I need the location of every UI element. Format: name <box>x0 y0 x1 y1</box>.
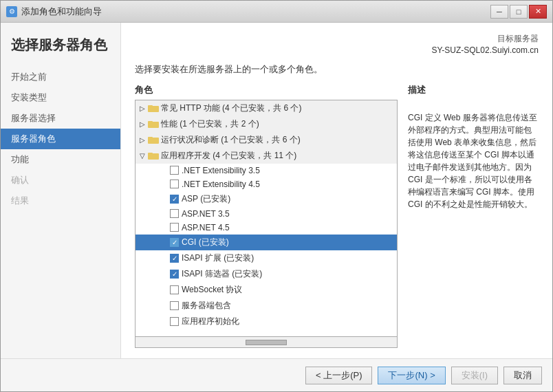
description-header: 描述 <box>408 84 539 96</box>
sidebar-item-start[interactable]: 开始之前 <box>1 67 120 87</box>
role-checkbox[interactable] <box>170 166 179 175</box>
role-checkbox[interactable]: ✓ <box>170 254 179 263</box>
sidebar-item-server-roles[interactable]: 服务器角色 <box>1 129 120 149</box>
folder-icon <box>148 151 159 160</box>
role-item-label: ISAPI 筛选器 (已安装) <box>182 268 262 280</box>
spacer-icon <box>160 195 169 203</box>
role-checkbox[interactable] <box>170 179 179 188</box>
role-checkbox[interactable] <box>170 285 179 294</box>
description-text: CGI 定义 Web 服务器将信息传送至外部程序的方式。典型用法可能包括使用 W… <box>408 111 539 210</box>
roles-list: ▷ 常见 HTTP 功能 (4 个已安装，共 6 个) ▷ <box>135 100 397 329</box>
folder-icon <box>148 104 159 112</box>
footer: < 上一步(P) 下一步(N) > 安装(I) 取消 <box>1 358 552 391</box>
role-item-label: 应用程序开发 (4 个已安装，共 11 个) <box>161 150 296 162</box>
sidebar-item-features[interactable]: 功能 <box>1 149 120 170</box>
window: ⚙ 添加角色和功能向导 ─ □ ✕ 选择服务器角色 开始之前 安装类型 服务器选… <box>0 0 553 392</box>
role-item-label: WebSocket 协议 <box>182 284 242 296</box>
sidebar: 选择服务器角色 开始之前 安装类型 服务器选择 服务器角色 功能 确认 结果 <box>1 23 121 358</box>
title-bar-left: ⚙ 添加角色和功能向导 <box>6 6 102 18</box>
sidebar-item-install-type[interactable]: 安装类型 <box>1 87 120 108</box>
window-controls: ─ □ ✕ <box>490 5 547 19</box>
list-item[interactable]: ASP.NET 4.5 <box>135 221 397 235</box>
next-button[interactable]: 下一步(N) > <box>378 367 445 384</box>
svg-rect-5 <box>148 137 153 139</box>
close-button[interactable]: ✕ <box>529 5 547 19</box>
spacer-icon <box>160 166 169 175</box>
spacer-icon <box>160 210 169 218</box>
title-bar: ⚙ 添加角色和功能向导 ─ □ ✕ <box>1 1 552 23</box>
sidebar-item-confirm: 确认 <box>1 170 120 190</box>
spacer-icon <box>160 285 169 294</box>
spacer-icon <box>160 180 169 188</box>
role-item-label: ISAPI 扩展 (已安装) <box>182 252 254 264</box>
sidebar-item-server-selection[interactable]: 服务器选择 <box>1 108 120 129</box>
list-item[interactable]: ✓ ISAPI 筛选器 (已安装) <box>135 266 397 282</box>
spacer-icon <box>160 317 169 325</box>
roles-header: 角色 <box>135 84 398 96</box>
target-server-label: 目标服务器 <box>135 33 539 45</box>
spacer-icon <box>160 238 169 246</box>
role-checkbox[interactable] <box>170 301 179 310</box>
role-checkbox[interactable] <box>170 209 179 218</box>
svg-rect-7 <box>148 153 153 155</box>
list-item[interactable]: ▷ 运行状况和诊断 (1 个已安装，共 6 个) <box>135 132 397 148</box>
scroll-thumb <box>246 340 287 345</box>
role-item-label: .NET Extensibility 4.5 <box>182 179 260 189</box>
expand-icon: ▷ <box>138 104 147 112</box>
target-server-name: SY-SUZ-SQL02.Suiyi.com.cn <box>135 45 539 56</box>
list-item[interactable]: ✓ ISAPI 扩展 (已安装) <box>135 250 397 266</box>
cancel-button[interactable]: 取消 <box>503 367 542 384</box>
role-checkbox[interactable]: ✓ <box>170 195 179 204</box>
list-item[interactable]: ✓ CGI (已安装) <box>135 235 397 250</box>
role-item-label: ASP (已安装) <box>182 193 230 205</box>
role-item-label: CGI (已安装) <box>182 237 229 248</box>
role-item-label: 性能 (1 个已安装，共 2 个) <box>161 118 259 130</box>
folder-icon <box>148 135 159 144</box>
content-area: 目标服务器 SY-SUZ-SQL02.Suiyi.com.cn 选择要安装在所选… <box>121 23 552 358</box>
window-title: 添加角色和功能向导 <box>21 6 102 18</box>
list-item[interactable]: ✓ ASP (已安装) <box>135 191 397 207</box>
prev-button[interactable]: < 上一步(P) <box>305 367 373 384</box>
expand-icon: ▷ <box>138 120 147 128</box>
spacer-icon <box>160 254 169 262</box>
minimize-button[interactable]: ─ <box>490 5 508 19</box>
spacer-icon <box>160 224 169 232</box>
install-button[interactable]: 安装(I) <box>451 367 498 384</box>
role-item-label: 运行状况和诊断 (1 个已安装，共 6 个) <box>161 134 301 146</box>
folder-icon <box>148 120 159 128</box>
content-description: 选择要安装在所选服务器上的一个或多个角色。 <box>135 63 539 76</box>
list-item[interactable]: .NET Extensibility 3.5 <box>135 164 397 177</box>
role-checkbox[interactable]: ✓ <box>170 270 179 279</box>
list-item[interactable]: .NET Extensibility 4.5 <box>135 177 397 191</box>
roles-list-container[interactable]: ▷ 常见 HTTP 功能 (4 个已安装，共 6 个) ▷ <box>135 100 398 337</box>
svg-rect-1 <box>148 105 153 107</box>
list-item[interactable]: WebSocket 协议 <box>135 282 397 298</box>
role-item-label: 服务器端包含 <box>182 300 231 312</box>
svg-rect-3 <box>148 121 153 123</box>
restore-button[interactable]: □ <box>510 5 528 19</box>
role-checkbox[interactable]: ✓ <box>170 238 179 247</box>
role-item-label: ASP.NET 3.5 <box>182 209 230 219</box>
list-item[interactable]: 服务器端包含 <box>135 298 397 314</box>
main-content: 选择服务器角色 开始之前 安装类型 服务器选择 服务器角色 功能 确认 结果 <box>1 23 552 358</box>
role-checkbox[interactable] <box>170 317 179 326</box>
two-column-layout: 角色 ▷ 常见 HTTP 功能 (4 个已安装，共 6 个) <box>135 84 539 348</box>
target-server-info: 目标服务器 SY-SUZ-SQL02.Suiyi.com.cn <box>135 33 539 56</box>
list-item[interactable]: ▽ 应用程序开发 (4 个已安装，共 11 个) <box>135 148 397 164</box>
list-item[interactable]: 应用程序初始化 <box>135 314 397 329</box>
list-item[interactable]: ▷ 常见 HTTP 功能 (4 个已安装，共 6 个) <box>135 100 397 116</box>
page-title: 选择服务器角色 <box>1 36 120 67</box>
list-item[interactable]: ASP.NET 3.5 <box>135 207 397 221</box>
role-item-label: .NET Extensibility 3.5 <box>182 166 260 175</box>
sidebar-item-results: 结果 <box>1 190 120 211</box>
spacer-icon <box>160 270 169 278</box>
list-item[interactable]: ▷ 性能 (1 个已安装，共 2 个) <box>135 116 397 132</box>
spacer-icon <box>160 301 169 309</box>
role-item-label: ASP.NET 4.5 <box>182 223 230 232</box>
role-item-label: 常见 HTTP 功能 (4 个已安装，共 6 个) <box>161 102 301 114</box>
horizontal-scrollbar[interactable] <box>135 337 398 348</box>
description-section: 描述 CGI 定义 Web 服务器将信息传送至外部程序的方式。典型用法可能包括使… <box>408 84 539 348</box>
app-icon: ⚙ <box>6 6 17 17</box>
role-checkbox[interactable] <box>170 223 179 232</box>
role-item-label: 应用程序初始化 <box>182 316 239 327</box>
